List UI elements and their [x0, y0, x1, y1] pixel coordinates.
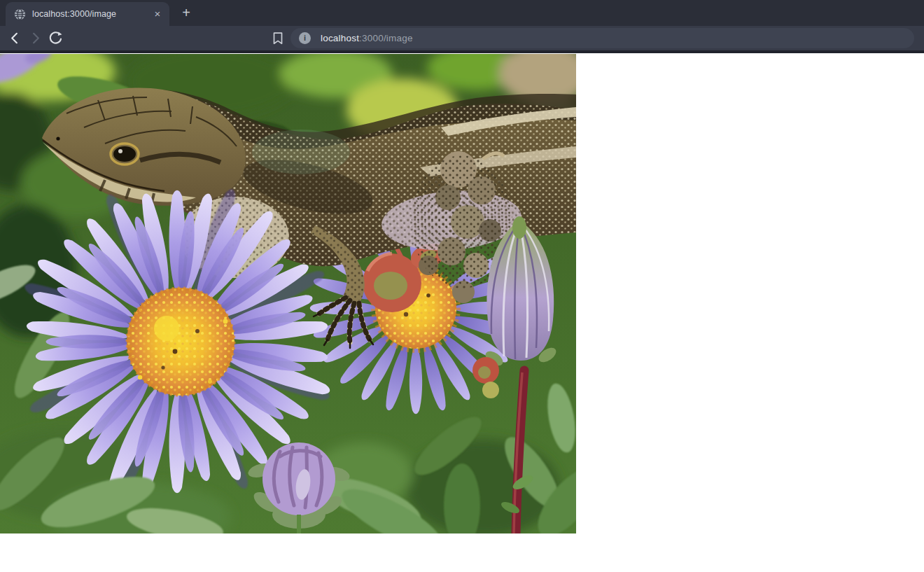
- reload-button[interactable]: [48, 30, 64, 46]
- tab-close-icon[interactable]: ×: [151, 8, 164, 20]
- new-tab-button[interactable]: +: [176, 4, 196, 23]
- photo-illustration: [0, 54, 576, 533]
- browser-toolbar: i localhost:3000/image: [0, 26, 924, 50]
- url-text: localhost:3000/image: [321, 33, 413, 43]
- tab-title: localhost:3000/image: [32, 9, 151, 19]
- globe-favicon-icon: [14, 8, 26, 20]
- browser-tab[interactable]: localhost:3000/image ×: [6, 2, 169, 26]
- info-icon[interactable]: i: [299, 32, 311, 44]
- tab-bar: localhost:3000/image × +: [0, 0, 924, 26]
- page-content: [0, 53, 924, 572]
- url-path: :3000/image: [359, 33, 413, 43]
- back-button[interactable]: [7, 30, 23, 46]
- bookmark-icon[interactable]: [272, 32, 284, 45]
- address-bar[interactable]: i localhost:3000/image: [290, 28, 914, 48]
- browser-window: localhost:3000/image × +: [0, 0, 924, 572]
- url-host: localhost: [321, 33, 359, 43]
- forward-button[interactable]: [27, 30, 43, 46]
- lizard-flower-photo: [0, 54, 576, 533]
